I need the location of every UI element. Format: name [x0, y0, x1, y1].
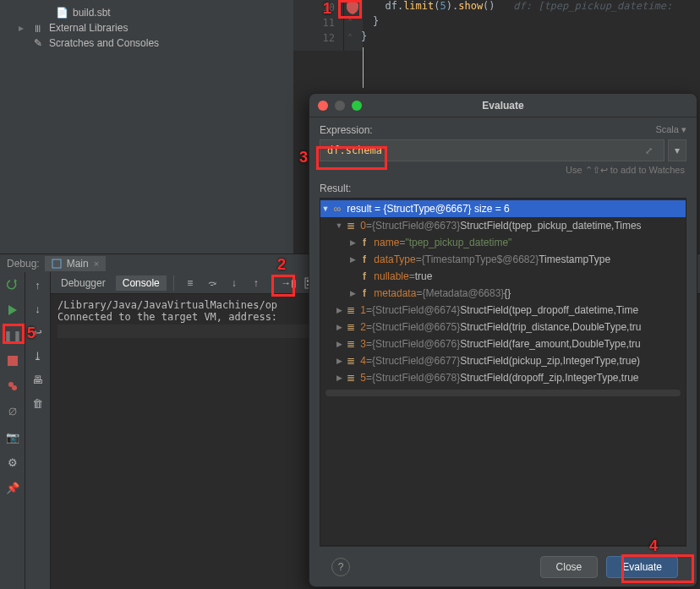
result-item-5[interactable]: ▶ ≣ 5 = {StructField@6678} StructField(d…	[320, 369, 686, 386]
print-icon[interactable]: 🖶	[30, 372, 46, 387]
svg-rect-0	[52, 259, 61, 268]
chevron-down-icon: ▼	[320, 205, 331, 213]
window-controls	[318, 101, 362, 111]
run-to-cursor-icon[interactable]: →▮	[280, 274, 298, 292]
field-icon: f	[358, 237, 371, 248]
chevron-right-icon: ▶	[334, 374, 344, 382]
array-item-icon: ≣	[344, 220, 358, 232]
debug-run-gutter: ❚❚ 📷 ⚙ 📌	[0, 272, 25, 589]
camera-icon[interactable]: 📷	[5, 429, 20, 444]
result-field-name[interactable]: ▶ f name = "tpep_pickup_datetime"	[320, 234, 686, 251]
mute-breakpoints-button[interactable]	[5, 404, 20, 419]
up-icon[interactable]: ↑	[30, 277, 46, 292]
separator	[272, 275, 273, 291]
chevron-right-icon: ▶	[347, 238, 358, 247]
step-over-icon[interactable]: ⤼	[203, 274, 221, 292]
editor-code[interactable]: df.limit(5).show() df: [tpep_pickup_date…	[363, 0, 700, 46]
field-icon: f	[358, 287, 371, 299]
result-label: Result:	[320, 183, 686, 194]
array-item-icon: ≣	[344, 355, 358, 367]
array-item-icon: ≣	[344, 321, 358, 333]
result-item-0[interactable]: ▼ ≣ 0 = {StructField@6673} StructField(t…	[320, 217, 686, 234]
expression-text: df.schema	[327, 145, 382, 156]
settings-icon[interactable]: ⚙	[5, 455, 20, 470]
console-subtab[interactable]: Console	[116, 275, 167, 291]
dialog-title: Evaluate	[482, 100, 523, 112]
chevron-right-icon: ▶	[334, 323, 344, 331]
result-tree[interactable]: ▼ ∞ result = {StructType@6667} size = 6 …	[320, 198, 686, 546]
window-close-icon[interactable]	[318, 101, 328, 111]
svg-point-3	[12, 385, 17, 390]
close-button[interactable]: Close	[540, 556, 599, 578]
result-root[interactable]: ▼ ∞ result = {StructType@6667} size = 6	[320, 200, 686, 217]
pin-icon[interactable]: 📌	[5, 480, 20, 495]
window-zoom-icon[interactable]	[352, 101, 362, 111]
fold-icon[interactable]: ⌃	[347, 17, 353, 26]
libraries-icon: ⫼	[32, 22, 44, 34]
result-field-datatype[interactable]: ▶ f dataType = {TimestampType$@6682} Tim…	[320, 251, 686, 268]
project-scratches[interactable]: ✎ Scratches and Consoles	[15, 35, 293, 51]
evaluate-dialog: Evaluate Expression: Scala ▾ df.schema ⤢…	[309, 93, 697, 587]
breakpoint-shield-icon[interactable]	[346, 1, 359, 14]
line-number: 10	[293, 0, 335, 15]
project-external-libraries[interactable]: ▸ ⫼ External Libraries	[15, 20, 293, 35]
resume-button[interactable]	[5, 303, 20, 318]
project-file-build-sbt[interactable]: 📄 build.sbt	[15, 5, 293, 20]
svg-rect-1	[8, 356, 18, 366]
stop-button[interactable]	[5, 353, 20, 368]
close-icon[interactable]: ×	[94, 259, 99, 269]
pause-button[interactable]: ❚❚	[5, 328, 20, 343]
result-item-2[interactable]: ▶ ≣ 2 = {StructField@6675} StructField(t…	[320, 319, 686, 335]
chevron-right-icon: ▶	[347, 289, 358, 297]
editor-caret	[363, 47, 364, 88]
down-icon[interactable]: ↓	[30, 301, 46, 316]
project-scratches-label: Scratches and Consoles	[49, 37, 159, 49]
project-tool-window: 📄 build.sbt ▸ ⫼ External Libraries ✎ Scr…	[0, 0, 293, 254]
field-icon: f	[358, 270, 371, 282]
dialog-titlebar[interactable]: Evaluate	[309, 94, 697, 117]
chevron-right-icon: ▶	[334, 357, 344, 365]
chevron-right-icon: ▶	[334, 340, 344, 348]
horizontal-scrollbar[interactable]	[325, 390, 681, 396]
result-item-4[interactable]: ▶ ≣ 4 = {StructField@6677} StructField(p…	[320, 352, 686, 369]
field-icon: f	[358, 254, 371, 265]
project-ext-label: External Libraries	[49, 22, 128, 34]
expression-input[interactable]: df.schema ⤢	[320, 139, 664, 161]
line-number: 11	[293, 15, 335, 30]
help-button[interactable]: ?	[331, 558, 350, 576]
clear-icon[interactable]: 🗑	[30, 395, 46, 411]
sbt-file-icon: 📄	[56, 7, 68, 19]
debug-tab-label: Main	[67, 258, 89, 270]
result-item-1[interactable]: ▶ ≣ 1 = {StructField@6674} StructField(t…	[320, 302, 686, 319]
expression-history-dropdown[interactable]: ▾	[668, 139, 686, 161]
annotation-label-3: 3	[299, 149, 308, 166]
result-field-nullable[interactable]: f nullable = true	[320, 268, 686, 285]
scratches-icon: ✎	[32, 37, 44, 49]
step-into-icon[interactable]: ↓	[225, 274, 243, 292]
evaluate-button[interactable]: Evaluate	[606, 556, 678, 578]
chevron-down-icon: ▼	[334, 221, 344, 230]
dialog-footer: ? Close Evaluate	[320, 546, 686, 586]
debugger-subtab[interactable]: Debugger	[54, 275, 112, 291]
array-item-icon: ≣	[344, 304, 358, 316]
scroll-to-end-icon[interactable]: ⤓	[30, 348, 46, 363]
result-field-metadata[interactable]: ▶ f metadata = {Metadata@6683} {}	[320, 285, 686, 302]
window-minimize-icon[interactable]	[335, 101, 345, 111]
soft-wrap-icon[interactable]: ↩	[30, 324, 46, 340]
expression-label: Expression:	[320, 124, 373, 136]
debug-title: Debug:	[7, 258, 40, 270]
chevron-right-icon: ▶	[347, 255, 358, 264]
language-combo[interactable]: Scala ▾	[655, 124, 686, 136]
expand-icon[interactable]: ⤢	[640, 145, 657, 156]
debug-tab-main[interactable]: Main ×	[45, 256, 106, 271]
rerun-button[interactable]	[5, 277, 20, 292]
step-out-icon[interactable]: ↑	[247, 274, 265, 292]
separator	[173, 275, 174, 291]
editor-gutter: 10 11 12	[293, 0, 344, 51]
run-config-icon	[52, 259, 62, 269]
view-breakpoints-button[interactable]	[5, 379, 20, 394]
result-item-3[interactable]: ▶ ≣ 3 = {StructField@6676} StructField(f…	[320, 335, 686, 352]
array-item-icon: ≣	[344, 372, 358, 384]
chevron-right-icon: ▶	[334, 306, 344, 314]
show-exec-point-icon[interactable]: ≡	[181, 274, 200, 292]
